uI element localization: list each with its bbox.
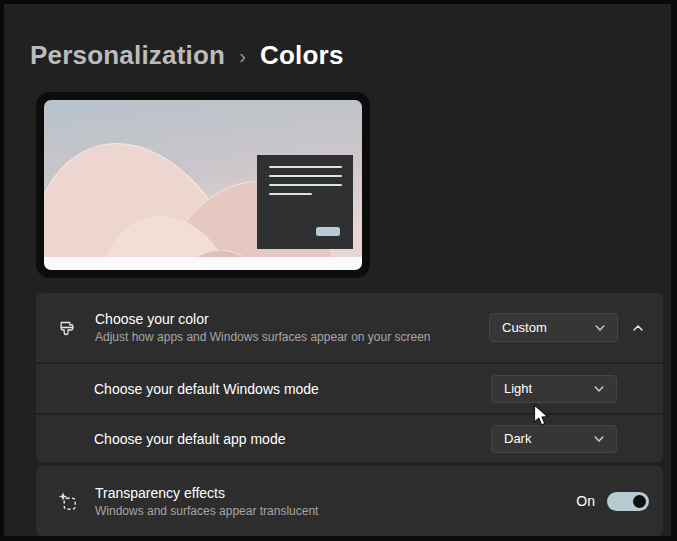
color-mode-dropdown-value: Custom — [502, 320, 547, 335]
preview-text-line — [269, 184, 342, 186]
paintbrush-icon — [57, 318, 77, 338]
preview-app-window — [257, 155, 353, 249]
color-mode-dropdown[interactable]: Custom — [489, 313, 618, 342]
collapse-section-button[interactable] — [631, 321, 645, 335]
breadcrumb-separator-icon: › — [239, 43, 246, 68]
breadcrumb-personalization[interactable]: Personalization — [30, 40, 225, 71]
preview-text-line — [269, 175, 342, 177]
toggle-state-label: On — [576, 493, 595, 509]
setting-title: Transparency effects — [95, 485, 576, 501]
colors-settings-page: Personalization › Colors — [4, 4, 671, 536]
setting-subtitle: Windows and surfaces appear translucent — [95, 504, 576, 518]
windows-mode-dropdown-value: Light — [504, 381, 532, 396]
windows-mode-dropdown[interactable]: Light — [491, 375, 617, 403]
windows-mode-label: Choose your default Windows mode — [94, 381, 491, 397]
setting-title: Choose your color — [95, 311, 489, 327]
theme-preview — [36, 92, 370, 278]
toggle-knob — [633, 495, 646, 508]
preview-accent-button — [316, 227, 340, 236]
transparency-sparkle-icon — [57, 491, 77, 511]
breadcrumb: Personalization › Colors — [30, 40, 344, 71]
mouse-cursor — [533, 404, 551, 433]
chevron-down-icon — [593, 383, 605, 395]
setting-row-choose-your-color[interactable]: Choose your color Adjust how apps and Wi… — [36, 293, 663, 362]
app-mode-dropdown-value: Dark — [504, 431, 531, 446]
theme-preview-screen — [44, 100, 362, 270]
setting-row-windows-mode: Choose your default Windows mode Light — [36, 364, 663, 413]
preview-text-line — [269, 166, 342, 168]
app-mode-dropdown[interactable]: Dark — [491, 425, 617, 453]
page-title: Colors — [260, 40, 344, 71]
setting-row-app-mode: Choose your default app mode Dark — [36, 415, 663, 462]
preview-taskbar — [44, 257, 362, 270]
preview-text-line — [269, 193, 312, 195]
chevron-down-icon — [593, 433, 605, 445]
setting-subtitle: Adjust how apps and Windows surfaces app… — [95, 330, 489, 344]
settings-window: Personalization › Colors — [0, 0, 677, 541]
setting-row-transparency-effects: Transparency effects Windows and surface… — [36, 466, 663, 536]
chevron-down-icon — [594, 322, 606, 334]
app-mode-label: Choose your default app mode — [94, 431, 491, 447]
transparency-toggle[interactable] — [607, 492, 649, 511]
